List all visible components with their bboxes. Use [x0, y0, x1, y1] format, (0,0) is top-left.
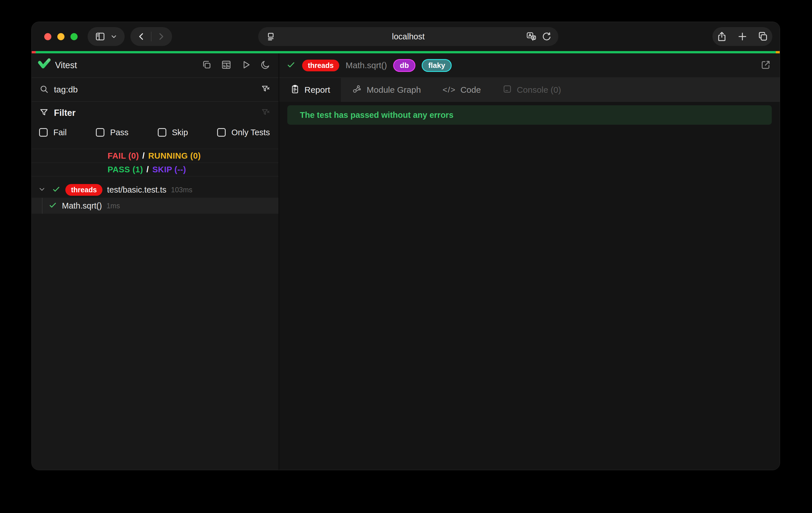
- test-detail-header: threads Math.sqrt() db flaky: [279, 53, 780, 78]
- test-case-duration: 1ms: [107, 202, 120, 210]
- sidebar: Vitest: [32, 53, 279, 470]
- tab-code[interactable]: </> Code: [432, 78, 492, 102]
- tabs-overview-icon[interactable]: [757, 31, 768, 42]
- nav-buttons: [130, 27, 172, 46]
- search-icon: [39, 84, 49, 95]
- filter-option-only-tests[interactable]: Only Tests: [217, 128, 270, 137]
- pass-check-icon: [48, 201, 57, 211]
- test-tree: threads test/basic.test.ts 103ms Math.sq…: [32, 182, 279, 214]
- toolbar-actions: [713, 27, 772, 46]
- checkbox-skip[interactable]: [158, 128, 166, 137]
- run-all-icon[interactable]: [241, 60, 251, 71]
- pass-check-icon: [52, 184, 61, 195]
- reload-icon[interactable]: [541, 31, 552, 43]
- close-button[interactable]: [44, 33, 51, 40]
- tab-report[interactable]: Report: [279, 78, 341, 102]
- progress-pass-segment: [36, 51, 776, 53]
- chevron-down-icon[interactable]: [38, 185, 46, 194]
- test-file-row[interactable]: threads test/basic.test.ts 103ms: [32, 182, 279, 198]
- test-case-row[interactable]: Math.sqrt() 1ms: [32, 198, 279, 214]
- test-detail-title: Math.sqrt(): [346, 60, 387, 70]
- app-title: Vitest: [55, 60, 77, 70]
- browser-window: localhost: [31, 22, 780, 470]
- checkbox-pass[interactable]: [96, 128, 105, 137]
- progress-pending-segment: [776, 51, 780, 53]
- collapse-panels-icon[interactable]: [201, 60, 212, 71]
- tab-console[interactable]: Console (0): [492, 78, 572, 102]
- dashboard-icon[interactable]: [221, 59, 232, 71]
- chevron-down-icon: [110, 33, 118, 40]
- filter-label: Filter: [54, 108, 76, 118]
- test-progress-bar: [32, 51, 780, 53]
- console-icon: [502, 84, 512, 96]
- indent-guide: [42, 198, 42, 214]
- minimize-button[interactable]: [57, 33, 64, 40]
- new-tab-icon[interactable]: [737, 31, 748, 42]
- forward-button[interactable]: [156, 32, 166, 41]
- filter-option-pass[interactable]: Pass: [96, 128, 128, 137]
- browser-titlebar: localhost: [32, 22, 780, 51]
- tag-badge-db: db: [393, 59, 415, 72]
- checkbox-fail[interactable]: [39, 128, 48, 137]
- filter-option-fail[interactable]: Fail: [39, 128, 67, 137]
- search-input[interactable]: [54, 85, 256, 94]
- back-button[interactable]: [137, 32, 146, 41]
- code-icon: </>: [442, 85, 456, 94]
- clear-filter-icon[interactable]: [261, 84, 270, 95]
- funnel-icon: [39, 108, 49, 118]
- clear-filter-icon-dim[interactable]: [261, 108, 270, 118]
- external-link-icon[interactable]: [760, 59, 771, 71]
- checkbox-only-tests[interactable]: [217, 128, 226, 137]
- report-icon: [290, 84, 300, 96]
- detail-tabs: Report Module Graph: [279, 78, 780, 102]
- stat-fail: FAIL (0): [108, 151, 139, 161]
- stat-skip: SKIP (--): [152, 165, 186, 174]
- pass-banner: The test has passed without any errors: [287, 105, 772, 125]
- filter-option-skip[interactable]: Skip: [158, 128, 188, 137]
- test-stats: FAIL (0) / RUNNING (0) PASS (1) / SKIP (…: [32, 149, 279, 177]
- test-case-name: Math.sqrt(): [62, 201, 102, 210]
- report-content: The test has passed without any errors: [279, 102, 780, 470]
- main-panel: threads Math.sqrt() db flaky: [279, 53, 780, 470]
- filter-options: Fail Pass Skip Only Tests: [32, 124, 279, 141]
- stat-running: RUNNING (0): [148, 151, 201, 161]
- pool-badge: threads: [65, 184, 103, 196]
- nav-divider: [151, 32, 151, 41]
- module-graph-icon: [352, 84, 362, 96]
- test-file-duration: 103ms: [171, 186, 192, 194]
- pool-badge: threads: [302, 60, 339, 71]
- tab-module-graph[interactable]: Module Graph: [341, 78, 432, 102]
- zoom-button[interactable]: [70, 33, 78, 40]
- tag-badge-flaky: flaky: [422, 59, 452, 72]
- sidebar-toggle-icon: [95, 31, 106, 42]
- stats-row-pass-skip: PASS (1) / SKIP (--): [32, 163, 279, 177]
- share-icon[interactable]: [717, 31, 727, 42]
- sidebar-toggle-button[interactable]: [88, 27, 125, 46]
- url-text: localhost: [258, 27, 558, 46]
- vitest-logo-icon: [37, 58, 51, 73]
- filter-header: Filter: [32, 102, 279, 124]
- desktop: localhost: [0, 0, 812, 513]
- stat-pass: PASS (1): [108, 165, 143, 174]
- search-bar: [32, 78, 279, 102]
- pass-check-icon: [286, 60, 296, 71]
- test-file-name: test/basic.test.ts: [107, 185, 166, 195]
- traffic-lights: [44, 33, 78, 40]
- dark-mode-icon[interactable]: [260, 60, 270, 71]
- stats-row-fail-running: FAIL (0) / RUNNING (0): [32, 149, 279, 163]
- address-bar[interactable]: localhost: [258, 27, 558, 46]
- sidebar-header: Vitest: [32, 53, 279, 78]
- translate-icon[interactable]: [526, 31, 537, 43]
- progress-fail-segment: [32, 51, 36, 53]
- vitest-ui: Vitest: [32, 53, 780, 470]
